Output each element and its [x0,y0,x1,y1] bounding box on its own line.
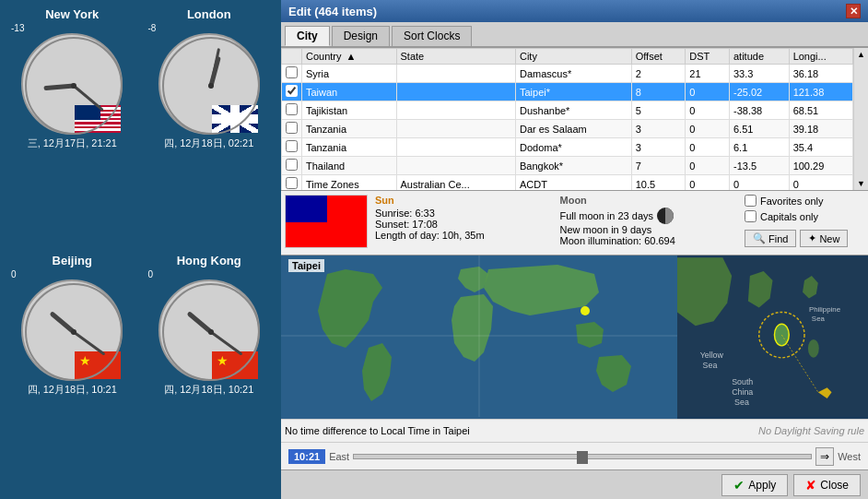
table-row[interactable]: Syria Damascus* 2 21 33.3 36.18 [282,65,853,83]
svg-line-22 [299,202,313,217]
table-container: Country ▲ State City Offset DST atitude … [281,48,868,190]
cell-country: Tanzania [302,120,397,138]
clock-london-svg [160,35,262,137]
bottom-buttons: ✔ Apply ✘ Close [281,469,868,499]
table-header-row: Country ▲ State City Offset DST atitude … [282,49,853,65]
row-checkbox[interactable] [282,138,302,157]
clock-beijing-time: 四, 12月18日, 10:21 [28,383,117,397]
svg-point-7 [208,83,214,89]
row-checkbox[interactable] [282,101,302,120]
clock-beijing-face [21,279,123,381]
status-bar: No time difference to Local Time in Taip… [281,419,868,442]
cell-offset: 3 [631,120,686,138]
table-scrollbar[interactable]: ▲ ▼ [853,48,868,190]
table-row[interactable]: Tajikistan Dushanbe* 5 0 -38.38 68.51 [282,101,853,120]
table-row[interactable]: Tanzania Dodoma* 3 0 6.1 35.4 [282,138,853,157]
svg-text:Sea: Sea [734,398,749,407]
clock-beijing-svg [23,281,124,383]
tab-city[interactable]: City [285,26,330,46]
slider-track[interactable] [353,454,812,459]
dialog-titlebar: Edit (464 items) ✕ [281,0,868,22]
clock-london: London -8 四, 12月18日, 02:21 [145,7,275,246]
tab-design[interactable]: Design [332,26,390,46]
col-city[interactable]: City [515,49,631,65]
dialog-close-button[interactable]: ✕ [846,4,861,18]
row-checkbox[interactable] [282,157,302,175]
full-moon-text: Full moon in 23 days [560,210,654,221]
cell-offset: 10.5 [631,175,686,191]
checkbox-tajikistan[interactable] [286,103,298,115]
table-row-selected[interactable]: Taiwan Taipei* 8 0 -25.02 121.38 [282,83,853,101]
find-button[interactable]: 🔍 Find [745,230,796,247]
col-offset[interactable]: Offset [631,49,686,65]
clock-new-york-face [21,33,123,135]
row-checkbox[interactable] [282,65,302,83]
cell-lon: 0 [789,175,852,191]
map-section: Taipei [281,255,868,419]
arrow-button[interactable]: ⇒ [815,447,834,466]
cell-state [396,138,515,157]
checkbox-syria[interactable] [286,66,298,78]
world-map-svg [281,255,677,417]
sunrise-text: Sunrise: 6:33 [375,208,553,219]
illumination-text: Moon illumination: 60.694 [560,235,738,246]
checkbox-thailand[interactable] [286,159,298,171]
cell-country: Time Zones [302,175,397,191]
clock-hong-kong-offset: 0 [148,269,154,279]
scroll-up-btn[interactable]: ▲ [857,50,865,59]
new-button[interactable]: ✦ New [800,230,848,247]
col-state[interactable]: State [396,49,515,65]
svg-text:China: China [732,387,753,397]
sun-info: Sun Sunrise: 6:33 Sunset: 17:08 Length o… [375,195,553,251]
time-slider-section: 10:21 East ⇒ West [281,442,868,469]
row-checkbox[interactable] [282,120,302,138]
svg-line-13 [211,332,240,354]
scroll-down-btn[interactable]: ▼ [857,179,865,188]
clocks-panel: New York -13 三, 12月17日, 21:21 London -8 [0,0,281,499]
col-country[interactable]: Country ▲ [302,49,397,65]
slider-thumb[interactable] [577,451,588,464]
moon-header: Moon [560,195,738,206]
table-row[interactable]: Tanzania Dar es Salaam 3 0 6.51 39.18 [282,120,853,138]
table-wrapper[interactable]: Country ▲ State City Offset DST atitude … [281,48,853,190]
cell-lon: 39.18 [789,120,852,138]
cell-offset: 5 [631,101,686,120]
clock-beijing-title: Beijing [53,254,92,267]
capitals-only-row: Capitals only [745,210,864,222]
capitals-only-checkbox[interactable] [745,210,757,222]
cell-offset: 2 [631,65,686,83]
col-longitude[interactable]: Longi... [789,49,852,65]
row-checkbox[interactable] [282,175,302,191]
cell-country: Tanzania [302,138,397,157]
apply-button[interactable]: ✔ Apply [721,474,788,496]
svg-point-19 [301,205,311,214]
table-row[interactable]: Time Zones Australian Ce... ACDT 10.5 0 … [282,175,853,191]
close-button[interactable]: ✘ Close [793,474,861,496]
table-header: Country ▲ State City Offset DST atitude … [282,49,853,65]
checkbox-tanzania2[interactable] [286,140,298,152]
checkbox-taiwan[interactable] [286,85,298,97]
map-city-label: Taipei [288,259,324,272]
clock-hong-kong-face [158,279,260,381]
col-latitude[interactable]: atitude [730,49,790,65]
svg-text:Yellow: Yellow [700,350,724,360]
tab-sort-clocks[interactable]: Sort Clocks [392,26,472,46]
svg-line-23 [299,202,313,217]
col-dst[interactable]: DST [686,49,730,65]
no-dst-text: No Daylight Saving rule [758,425,864,436]
cell-dst: 0 [686,101,730,120]
favorites-only-checkbox[interactable] [745,195,757,207]
cell-offset: 3 [631,138,686,157]
svg-point-18 [299,202,313,217]
cell-offset: 7 [631,157,686,175]
svg-point-3 [71,83,76,89]
checkbox-tz-acdt[interactable] [286,177,298,189]
svg-line-10 [53,314,74,331]
row-checkbox-taiwan[interactable] [282,83,302,101]
cell-lon: 36.18 [789,65,852,83]
clock-new-york-title: New York [45,7,99,21]
col-checkbox [282,49,302,65]
table-row[interactable]: Thailand Bangkok* 7 0 -13.5 100.29 [282,157,853,175]
checkbox-tanzania1[interactable] [286,122,298,134]
favorites-only-label: Favorites only [760,196,823,207]
